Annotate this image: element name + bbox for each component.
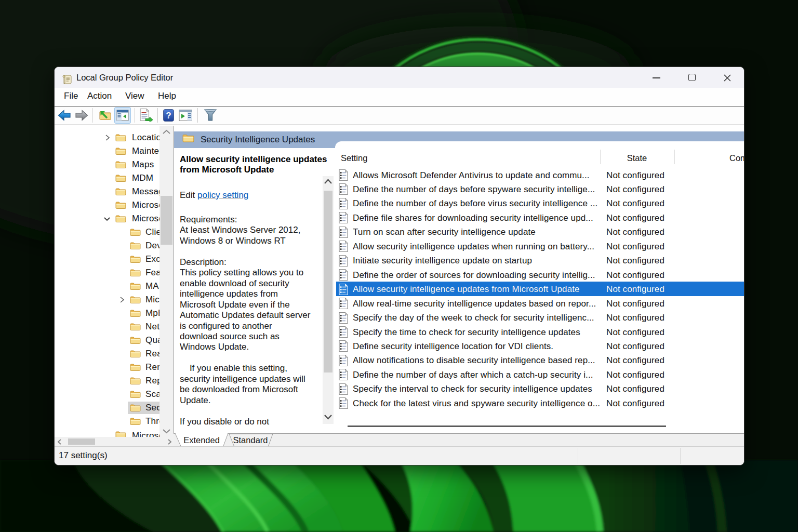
svg-text:?: ? — [166, 111, 171, 121]
svg-text:Extended: Extended — [183, 435, 220, 445]
svg-text:Standard: Standard — [233, 435, 268, 445]
